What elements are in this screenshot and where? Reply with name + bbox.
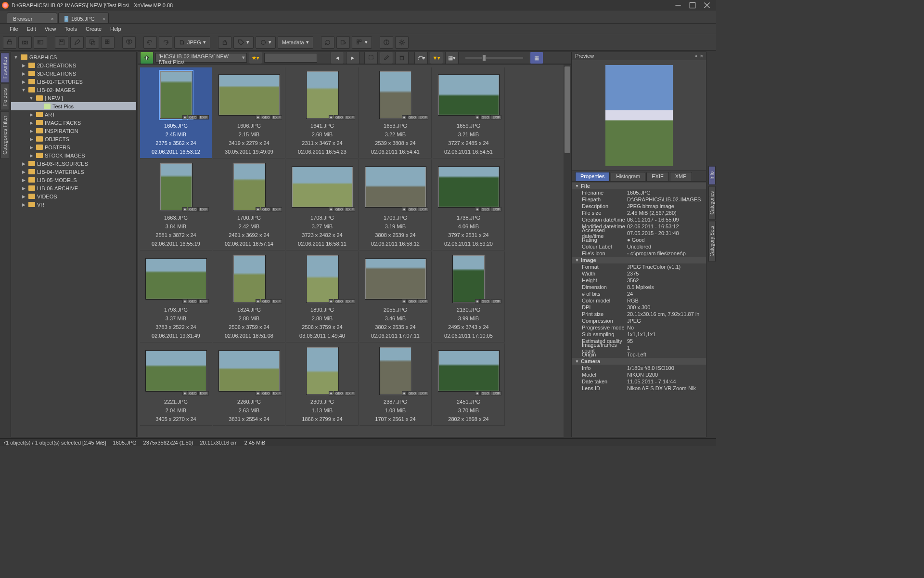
tree-node[interactable]: ▶3D-CREATIONS (11, 69, 136, 78)
thumbnail-grid[interactable]: ■GEOEXIF1605.JPG2.45 MiB2375 x 3562 x 24… (138, 64, 572, 437)
thumbnail-item[interactable]: ■GEOEXIF1824.JPG2.88 MiB2506 x 3759 x 24… (213, 251, 285, 342)
left-tab-categories-filter[interactable]: Categories Filter (0, 111, 9, 159)
thumbnail-item[interactable]: ■GEOEXIF2387.JPG1.08 MiB1707 x 2561 x 24 (359, 343, 432, 426)
properties-panel[interactable]: FileFilename1605.JPGFilepathD:\GRAPHICS\… (572, 182, 706, 437)
doc-tab-1[interactable]: ▫1605.JPG× (58, 13, 109, 23)
undock-icon[interactable]: ▫ (695, 53, 697, 59)
undo-button[interactable] (143, 36, 157, 49)
left-tab-favorites[interactable]: Favorites (0, 53, 9, 83)
thumbnail-item[interactable]: ■GEOEXIF1708.JPG3.27 MiB3723 x 2482 x 24… (286, 159, 359, 250)
info-tab-histogram[interactable]: Histogram (611, 172, 645, 181)
convert-format-button[interactable]: JPEG▾ (174, 36, 210, 49)
tree-node[interactable]: ▶INSPIRATION (11, 127, 136, 135)
rating-button[interactable]: ▾ (256, 36, 276, 49)
menu-view[interactable]: View (41, 25, 60, 33)
tree-node[interactable]: ▶STOCK IMAGES (11, 151, 136, 159)
info-button[interactable] (380, 36, 393, 49)
thumbnail-item[interactable]: ■GEOEXIF2260.JPG2.63 MiB3831 x 2554 x 24 (213, 343, 285, 426)
nav-back-button[interactable]: ◄ (331, 52, 344, 64)
tag-button[interactable]: ▾ (233, 36, 254, 49)
close-button[interactable] (700, 1, 714, 10)
slideshow-button[interactable] (34, 36, 47, 49)
refresh-button[interactable] (321, 36, 334, 49)
tag-filter-button[interactable]: 🏷▾ (414, 52, 428, 64)
print-button[interactable] (3, 36, 16, 49)
thumbnail-item[interactable]: ■GEOEXIF2130.JPG3.99 MiB2495 x 3743 x 24… (433, 251, 505, 342)
right-tab-category-sets[interactable]: Category Sets (708, 221, 716, 262)
tree-node[interactable]: ▶IMAGE PACKS (11, 118, 136, 127)
thumbnail-item[interactable]: ■GEOEXIF2309.JPG1.13 MiB1866 x 2799 x 24 (286, 343, 359, 426)
nav-up-button[interactable] (140, 52, 154, 64)
info-tab-xmp[interactable]: XMP (670, 172, 692, 181)
maximize-button[interactable] (685, 1, 700, 10)
doc-tab-0[interactable]: Browser× (7, 13, 57, 23)
delete-button[interactable] (395, 52, 409, 64)
view-mode-button[interactable]: ▾ (352, 36, 372, 49)
thumbnail-item[interactable]: ■GEOEXIF1659.JPG3.21 MiB3727 x 2485 x 24… (433, 67, 505, 158)
quick-search-input[interactable] (264, 53, 317, 63)
thumbnail-item[interactable]: ■GEOEXIF1653.JPG3.22 MiB2539 x 3808 x 24… (359, 67, 432, 158)
save-button[interactable] (55, 36, 68, 49)
search-button[interactable] (122, 36, 136, 49)
menu-help[interactable]: Help (106, 25, 125, 33)
location-input[interactable]: 'HICS\LIB-02-IMAGES\[ NEW ]\Test Pics\▾ (155, 53, 247, 63)
minimize-button[interactable] (671, 1, 685, 10)
tree-node[interactable]: ▶POSTERS (11, 143, 136, 151)
info-tab-properties[interactable]: Properties (575, 172, 610, 181)
folder-tree[interactable]: ▼GRAPHICS▶2D-CREATIONS▶3D-CREATIONS▶LIB-… (11, 52, 137, 437)
edit-button[interactable] (70, 36, 84, 49)
close-tab-icon[interactable]: × (103, 16, 105, 22)
tree-node[interactable]: ▶LIB-03-RESOURCES (11, 159, 136, 168)
thumbnail-item[interactable]: ■GEOEXIF1641.JPG2.68 MiB2311 x 3467 x 24… (286, 67, 359, 158)
thumbnail-item[interactable]: ■GEOEXIF1605.JPG2.45 MiB2375 x 3562 x 24… (140, 67, 212, 158)
settings-button[interactable] (395, 36, 409, 49)
close-panel-icon[interactable]: × (700, 53, 703, 59)
favorite-button[interactable]: ★▾ (249, 52, 262, 64)
thumbnail-item[interactable]: ■GEOEXIF1700.JPG2.42 MiB2461 x 3692 x 24… (213, 159, 285, 250)
thumbnail-item[interactable]: ■GEOEXIF1663.JPG3.84 MiB2581 x 3872 x 24… (140, 159, 212, 250)
contact-sheet-button[interactable] (101, 36, 115, 49)
info-tab-exif[interactable]: EXIF (646, 172, 668, 181)
nav-forward-button[interactable]: ► (346, 52, 359, 64)
acquire-button[interactable] (18, 36, 32, 49)
tree-node[interactable]: ▶VR (11, 200, 136, 209)
lock-button[interactable] (218, 36, 231, 49)
tree-node[interactable]: ▼LIB-02-IMAGES (11, 86, 136, 94)
close-tab-icon[interactable]: × (51, 16, 54, 22)
tree-node[interactable]: ▶LIB-05-MODELS (11, 176, 136, 184)
right-tab-categories[interactable]: Categories (708, 186, 716, 220)
tree-node[interactable]: ▼[ NEW ] (11, 94, 136, 102)
redo-button[interactable] (159, 36, 172, 49)
thumbnail-item[interactable]: ■GEOEXIF2451.JPG3.70 MiB2802 x 1868 x 24 (433, 343, 505, 426)
scrollbar-vertical[interactable] (564, 65, 571, 437)
thumbnail-size-slider[interactable] (465, 57, 523, 59)
metadata-button[interactable]: Metadata▾ (278, 36, 313, 49)
right-tab-info[interactable]: Info (708, 166, 716, 185)
thumbnail-item[interactable]: ■GEOEXIF2221.JPG2.04 MiB3405 x 2270 x 24 (140, 343, 212, 426)
thumbnail-item[interactable]: ■GEOEXIF1738.JPG4.06 MiB3797 x 2531 x 24… (433, 159, 505, 250)
grid-view-button[interactable]: ▦ (530, 52, 543, 64)
tree-node[interactable]: ▶LIB-06-ARCHIVE (11, 184, 136, 192)
sort-filter-button[interactable]: ▼▾ (430, 52, 443, 64)
thumbnail-item[interactable]: ■GEOEXIF1606.JPG2.15 MiB3419 x 2279 x 24… (213, 67, 285, 158)
tree-node[interactable]: ▶VIDEOS (11, 192, 136, 200)
tree-node[interactable]: ▶OBJECTS (11, 135, 136, 143)
tree-node[interactable]: ▼GRAPHICS (11, 53, 136, 61)
tree-node[interactable]: ▶LIB-04-MATERIALS (11, 168, 136, 176)
menu-tools[interactable]: Tools (61, 25, 81, 33)
select-button[interactable] (364, 52, 378, 64)
tree-node[interactable]: Test Pics (11, 102, 136, 110)
thumbnail-item[interactable]: ■GEOEXIF2055.JPG3.46 MiB3802 x 2535 x 24… (359, 251, 432, 342)
batch-button[interactable] (86, 36, 99, 49)
menu-file[interactable]: File (6, 25, 22, 33)
tree-node[interactable]: ▶ART (11, 110, 136, 118)
tree-node[interactable]: ▶2D-CREATIONS (11, 61, 136, 69)
menu-edit[interactable]: Edit (23, 25, 40, 33)
thumbnail-item[interactable]: ■GEOEXIF1890.JPG2.88 MiB2506 x 3759 x 24… (286, 251, 359, 342)
thumbnail-item[interactable]: ■GEOEXIF1709.JPG3.19 MiB3808 x 2539 x 24… (359, 159, 432, 250)
copy-to-button[interactable] (336, 36, 350, 49)
thumbnail-item[interactable]: ■GEOEXIF1793.JPG3.37 MiB3783 x 2522 x 24… (140, 251, 212, 342)
layout-button[interactable]: ▦▾ (445, 52, 459, 64)
menu-create[interactable]: Create (82, 25, 105, 33)
left-tab-folders[interactable]: Folders (0, 84, 9, 110)
